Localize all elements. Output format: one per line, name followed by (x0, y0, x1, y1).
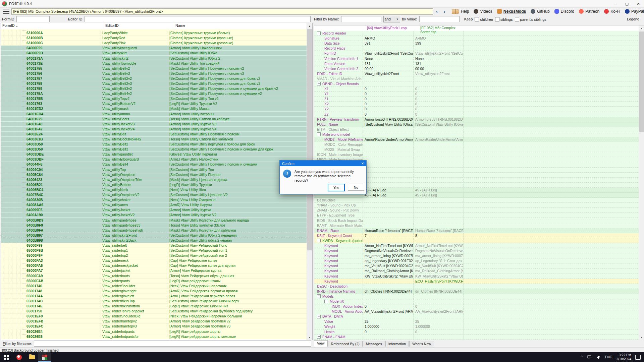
table-row[interactable]: 6310000ALacyPantyWhite[Clothes] Кружевны… (1, 31, 307, 36)
column-header-editorid[interactable]: EditorID (104, 23, 174, 29)
kofi-link[interactable]: Ko-Fi (604, 9, 620, 14)
tab-what-s-new[interactable]: What's New (409, 341, 434, 347)
tab-view[interactable]: View (314, 340, 328, 347)
record-row[interactable]: Keywordma_Railroad_ClothingArmor [KY...m… (314, 268, 639, 274)
record-row[interactable]: INDX - Addon Index00 (314, 304, 639, 309)
table-row[interactable]: 65000F9BVtaw_raidertop1[SetCustom] Vtaw … (1, 248, 307, 253)
record-row[interactable]: KeywordECO_HasEntryPoint [KYWD:FE05... (314, 279, 639, 284)
record-row[interactable]: FULL - Name[SetCustom] Vtaw Utility Юбка… (314, 122, 639, 127)
collapse-icon[interactable] (317, 294, 321, 298)
table-row[interactable]: 64001757Vtaw_utilityBelt2v2[SetCustom] V… (1, 76, 307, 81)
legend-link[interactable]: Legend (627, 17, 639, 21)
record-row[interactable]: Destructible (314, 198, 639, 203)
table-row[interactable]: 6400173AVtaw_utilityskirt2[SetCustom] Vt… (1, 56, 307, 61)
table-row[interactable]: 65000FA3Vtaw_raiderneck[Cap] Vtaw Рейдер… (1, 258, 307, 263)
record-row[interactable]: INRD - Instance Namingdn_Clothes [INNR:0… (314, 289, 639, 294)
table-row[interactable]: 65001EFBVtaw_raiderharntopv2[Armor] Vtaw… (1, 319, 307, 324)
table-row[interactable]: 65000FA7Vtaw_raiderjacket[Armor] Vtaw Ре… (1, 268, 307, 273)
table-row[interactable]: 6310000CLacyPantyPink[Clothes] Кружевные… (1, 41, 307, 46)
table-row[interactable]: 64004C94Vtaw_utilityTop[SetCustom] Vtaw … (1, 167, 307, 172)
record-row[interactable]: X200 (314, 102, 639, 107)
record-row[interactable]: MOD2 - Model FileNameArmor\RaiderUnderAr… (314, 137, 639, 142)
table-row[interactable]: 65000F9FVtaw_raidertop2[SetCustom] Vtaw … (1, 253, 307, 258)
record-row[interactable]: FNAM - FNAM (314, 335, 639, 340)
record-row[interactable]: Data Size391399 (314, 41, 639, 46)
table-row[interactable]: 64003DBFVtaw_utilityElbowguard[ArmL] Vta… (1, 157, 307, 162)
collapse-icon[interactable] (317, 32, 321, 35)
table-row[interactable]: 64006B21Vtaw_utilityBottom[LegR] Vtaw Ut… (1, 182, 307, 187)
record-row[interactable]: Version Control Info 200 0000 00 (314, 66, 639, 71)
record-row[interactable]: Version Control Info 1NoneNone (314, 56, 639, 61)
record-row[interactable]: X100 (314, 86, 639, 92)
table-row[interactable]: 650026E4Vtaw_raiderhotpants[LegR] Vtaw р… (1, 329, 307, 334)
record-row[interactable]: Weight1.0000001.000000 (314, 324, 639, 329)
scroll-down-icon[interactable]: ▼ (639, 335, 644, 340)
record-row[interactable]: KeywordKW_VtawUtilitySkirt2 "Vtaw Utilit… (314, 274, 639, 279)
record-row[interactable]: Z100 (314, 97, 639, 102)
table-row[interactable]: 64001756Vtaw_utilityBeltv3[SetCustom] Vt… (1, 71, 307, 76)
network-icon[interactable] (587, 355, 592, 359)
record-row[interactable]: BAMT - Alternate Block Mate... (314, 223, 639, 228)
record-row[interactable]: RNAM - RaceHumanRace "Человек" [RACE:0..… (314, 228, 639, 233)
right-vertical-scrollbar[interactable]: ▲ ▼ (639, 25, 644, 340)
record-row[interactable]: YNAM - Sound - Pick Up (314, 203, 639, 208)
taskbar-file-explorer[interactable] (25, 352, 38, 362)
record-row[interactable]: MO2S - Material Swap (314, 147, 639, 152)
tray-expand-icon[interactable]: ⌃ (580, 355, 583, 359)
table-row[interactable]: 64001ED4Vtaw_utilityammo[Armor] Vtaw Uti… (1, 112, 307, 117)
table-row[interactable]: 6400B898Vtaw_utilityskirt2Back[SetCustom… (1, 238, 307, 243)
record-row[interactable]: Model #0 (314, 299, 639, 304)
table-row[interactable]: 64008AA6Vtaw_utilityarms[ArmR] Vtaw Util… (1, 202, 307, 207)
patreon-link[interactable]: Patreon (579, 9, 599, 14)
record-row[interactable]: PTRN - Preview TransformArmorTorso3 [TRN… (314, 117, 639, 122)
record-row[interactable]: KSIZ - Keyword Count78 (314, 233, 639, 238)
discord-link[interactable]: Discord (554, 9, 575, 14)
table-row[interactable]: 64007B4CVtaw_utilityOnepieceV2[SetCustom… (1, 192, 307, 197)
language-indicator[interactable]: ENG (605, 355, 612, 359)
no-button[interactable]: No (348, 184, 364, 191)
record-row[interactable]: Record Header (314, 31, 639, 36)
keep-parents-siblings-checkbox[interactable]: parent's siblings (515, 17, 547, 21)
table-row[interactable]: 6400B897Vtaw_utilityskirt2Front[SetCusto… (1, 233, 307, 238)
table-row[interactable]: 64001759Vtaw_utilityBelt3v2[SetCustom] V… (1, 86, 307, 91)
table-row[interactable]: 64001F29Vtaw_utilityBoots[Torso] Vtaw Ut… (1, 117, 307, 122)
table-row[interactable]: 6400361BVtaw_utilityBootsNoHHS[Torso] Vt… (1, 137, 307, 142)
collapse-icon[interactable] (317, 132, 321, 136)
record-row[interactable]: Armor Rating11 (314, 340, 639, 340)
scrollbar-thumb[interactable] (307, 29, 312, 250)
collapse-icon[interactable] (324, 300, 328, 303)
table-row[interactable]: 6400B0F9Vtaw_utilitypantyhose33[Torso] V… (1, 223, 307, 228)
table-row[interactable]: 65000FABVtaw_raiderpants[LegR] Vtaw рейд… (1, 279, 307, 284)
dialog-close-icon[interactable]: ✕ (359, 162, 366, 165)
table-row[interactable]: 6400175BVtaw_utilityTopv2[SetCustom] Vta… (1, 96, 307, 101)
table-row[interactable]: 64003D58Vtaw_utilityBelt2[SetCustom] Vta… (1, 142, 307, 147)
table-row[interactable]: 6500174AVtaw_raidergloveleft[ArmL] Vtaw … (1, 294, 307, 299)
scroll-up-icon[interactable]: ▲ (307, 23, 312, 28)
table-row[interactable]: 65001EFCVtaw_raiderharntopv3[Armor] Vtaw… (1, 324, 307, 329)
record-row[interactable]: KWDA - Keywords (sorted) (314, 238, 639, 243)
speaker-icon[interactable] (596, 355, 601, 359)
table-row[interactable]: 65000FA9Vtaw_raiderboots[Torso] Vtaw Рей… (1, 274, 307, 279)
record-row[interactable]: Y100 (314, 92, 639, 97)
record-row[interactable]: Form Version131131 (314, 61, 639, 66)
record-row[interactable]: Record Flags (314, 46, 639, 51)
file-filter-input[interactable] (34, 341, 311, 347)
table-row[interactable]: 6500174CVtaw_raiderbikiniTop[SetCustom] … (1, 299, 307, 304)
collapse-icon[interactable] (317, 335, 321, 339)
forward-button[interactable]: › (441, 9, 448, 14)
scrollbar-thumb[interactable] (639, 32, 644, 132)
record-row[interactable]: Health00 (314, 329, 639, 335)
help-link[interactable]: Help (452, 9, 469, 14)
table-row[interactable]: 65001750Vtaw_raiderTshirtForjacket[SetCu… (1, 309, 307, 314)
taskbar-fo4edit[interactable] (38, 352, 51, 362)
clock[interactable]: 3:22 PM 2/18/2024 (616, 353, 632, 361)
tab-referenced-by-2-[interactable]: Referenced By (2) (328, 341, 363, 347)
filter-value-input[interactable] (419, 16, 460, 22)
collapse-icon[interactable] (317, 82, 321, 85)
collapse-icon[interactable] (317, 315, 321, 318)
record-path-input[interactable]: [FE 082] M8r Complex Sorter.esp (45A129B… (11, 8, 433, 15)
table-row[interactable]: 6400830BVtaw_utilitychoker[Neck] Vtaw Ut… (1, 197, 307, 202)
record-row[interactable]: MODC - Color Remappin... (314, 142, 639, 147)
table-row[interactable]: 65001746Vtaw_raiderShoulder[Neck] Vtaw Р… (1, 284, 307, 289)
plugin-column-1[interactable]: [64] VtawUtilityPack1.esp (366, 25, 419, 31)
